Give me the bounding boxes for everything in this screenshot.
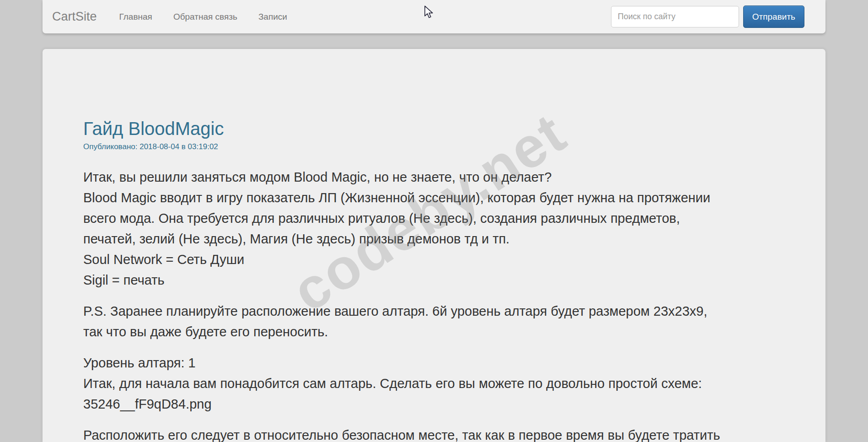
page: { "navbar": { "brand": "CartSite", "link… xyxy=(0,0,868,442)
nav-links: Главная Обратная связь Записи xyxy=(98,12,287,22)
post-article: Гайд BloodMagic Опубликовано: 2018-08-04… xyxy=(43,49,825,442)
search-submit-button[interactable]: Отправить xyxy=(743,5,804,28)
post-paragraph-3: Уровень алтаря: 1 Итак, для начала вам п… xyxy=(83,353,798,415)
post-published-date: Опубликовано: 2018-08-04 в 03:19:02 xyxy=(83,142,798,151)
nav-link-posts[interactable]: Записи xyxy=(258,12,287,22)
search-input[interactable] xyxy=(611,6,739,27)
navbar: CartSite Главная Обратная связь Записи О… xyxy=(43,0,825,33)
post-title-link[interactable]: Гайд BloodMagic xyxy=(83,118,798,140)
brand-link[interactable]: CartSite xyxy=(52,10,97,24)
nav-link-home[interactable]: Главная xyxy=(119,12,152,22)
content-card: codeby.net Гайд BloodMagic Опубликовано:… xyxy=(43,49,825,442)
search-form: Отправить xyxy=(611,5,804,28)
nav-link-feedback[interactable]: Обратная связь xyxy=(173,12,237,22)
post-paragraph-1: Итак, вы решили заняться модом Blood Mag… xyxy=(83,167,798,291)
post-paragraph-2: P.S. Заранее планируйте расположение ваш… xyxy=(83,301,798,342)
post-paragraph-4: Расположить его следует в относительно б… xyxy=(83,425,798,442)
